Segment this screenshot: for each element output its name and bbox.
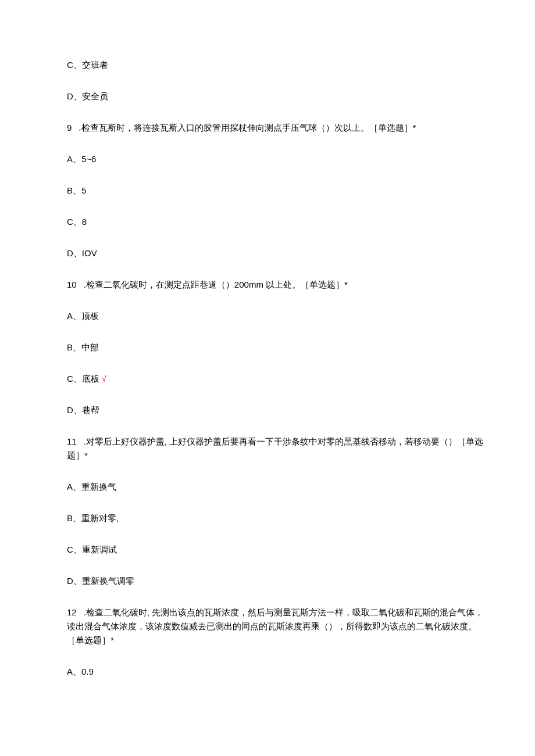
option-text: C、8 [67, 217, 87, 227]
option-text: B、重新对零, [67, 513, 119, 523]
option-item: A、5~6 [67, 152, 486, 166]
option-item: D、安全员 [67, 89, 486, 103]
question-number: 9 [67, 123, 72, 132]
option-text: B、5 [67, 185, 86, 195]
option-text: A、顶板 [67, 311, 99, 321]
option-text: C、交班者 [67, 60, 108, 70]
option-item: A、顶板 [67, 309, 486, 323]
question-text: .检查二氧化碳时，在测定点距巷道（）200mm 以上处。［单选题］* [84, 280, 348, 289]
option-text: C、重新调试 [67, 544, 117, 554]
question-text: .检查二氧化碳时, 先测出该点的瓦斯浓度，然后与测量瓦斯方法一样，吸取二氧化碳和… [67, 607, 483, 645]
option-item: B、重新对零, [67, 511, 486, 525]
option-text: C、底板 [67, 374, 99, 384]
option-item: A、0.9 [67, 665, 486, 679]
question-text: .检查瓦斯时，将连接瓦斯入口的胶管用探杖伸向测点手压气球（）次以上。［单选题］* [79, 123, 416, 132]
option-text: D、巷帮 [67, 405, 99, 415]
option-text: D、安全员 [67, 91, 108, 101]
question-item: 11.对零后上好仪器护盖, 上好仪器护盖后要再看一下干涉条纹中对零的黑基线否移动… [67, 435, 486, 463]
question-item: 12.检查二氧化碳时, 先测出该点的瓦斯浓度，然后与测量瓦斯方法一样，吸取二氧化… [67, 605, 486, 647]
option-item: C、重新调试 [67, 543, 486, 557]
correct-mark-icon: √ [102, 374, 106, 384]
question-item: 9.检查瓦斯时，将连接瓦斯入口的胶管用探杖伸向测点手压气球（）次以上。［单选题］… [67, 121, 486, 135]
option-item: B、5 [67, 184, 486, 198]
option-item: C、交班者 [67, 58, 486, 72]
option-text: A、0.9 [67, 667, 94, 676]
option-text: A、5~6 [67, 154, 96, 164]
option-item: A、重新换气 [67, 480, 486, 494]
question-number: 11 [67, 436, 77, 446]
option-item: C、8 [67, 215, 486, 229]
option-item: D、IOV [67, 246, 486, 260]
option-text: D、IOV [67, 248, 97, 258]
question-number: 12 [67, 607, 77, 617]
question-number: 10 [67, 280, 77, 289]
option-item: C、底板√ [67, 372, 486, 386]
question-text: .对零后上好仪器护盖, 上好仪器护盖后要再看一下干涉条纹中对零的黑基线否移动，若… [67, 436, 483, 460]
option-text: D、重新换气调零 [67, 576, 134, 586]
option-item: D、重新换气调零 [67, 574, 486, 588]
option-text: A、重新换气 [67, 482, 116, 492]
option-text: B、中部 [67, 342, 99, 352]
question-item: 10.检查二氧化碳时，在测定点距巷道（）200mm 以上处。［单选题］* [67, 278, 486, 292]
option-item: D、巷帮 [67, 403, 486, 417]
option-item: B、中部 [67, 341, 486, 354]
